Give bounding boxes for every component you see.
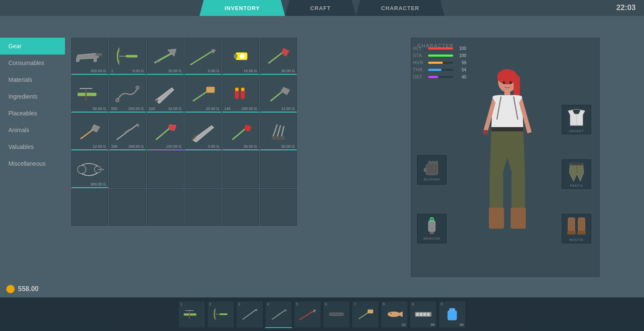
sidebar-item-animals[interactable]: Animals <box>0 122 65 138</box>
svg-rect-77 <box>420 313 423 316</box>
hotbar-slot-8[interactable]: 8 32 <box>381 301 408 328</box>
svg-rect-72 <box>368 310 373 313</box>
inventory-cell[interactable] <box>222 189 259 226</box>
inventory-cell[interactable]: 900.00 G <box>71 151 108 188</box>
svg-rect-80 <box>449 308 455 310</box>
hotbar-slot-4[interactable]: 4 <box>265 301 292 328</box>
inventory-cell[interactable] <box>147 151 184 188</box>
svg-rect-0 <box>96 53 102 56</box>
inventory-cell[interactable]: 0.00 G <box>184 38 221 75</box>
svg-rect-52 <box>570 163 583 165</box>
inventory-cell[interactable]: 100.00 G <box>147 113 184 150</box>
svg-rect-47 <box>430 232 434 234</box>
sidebar-item-materials[interactable]: Materials <box>0 71 65 88</box>
tab-craft[interactable]: CRAFT <box>285 0 356 16</box>
sidebar: Gear Consumables Materials Ingredients P… <box>0 38 65 172</box>
tab-character[interactable]: CHARACTER <box>356 0 444 16</box>
svg-point-74 <box>390 313 392 314</box>
inventory-cell[interactable]: 339169.50 G <box>109 113 146 150</box>
hotbar-slot-2[interactable]: 2 <box>207 301 234 328</box>
stat-row-hun: HUN 59 <box>413 60 472 65</box>
svg-rect-70 <box>329 313 343 316</box>
hotbar-slot-6[interactable]: 6 <box>323 301 350 328</box>
inventory-cell[interactable]: 500250.00 G <box>109 76 146 112</box>
svg-rect-8 <box>234 54 237 58</box>
svg-rect-78 <box>423 313 426 316</box>
inventory-cell[interactable]: 32032.00 G <box>147 76 184 112</box>
svg-rect-62 <box>220 313 228 315</box>
inventory-cell[interactable]: 0.00 G <box>184 113 221 150</box>
inventory-cell[interactable] <box>184 151 221 188</box>
inventory-cell[interactable]: 12.00 G <box>71 113 108 150</box>
svg-rect-81 <box>448 310 457 320</box>
svg-rect-56 <box>577 231 586 235</box>
svg-rect-42 <box>511 208 526 229</box>
stat-row-hlt: HLT 100 <box>413 46 472 51</box>
inventory-cell[interactable] <box>260 151 297 188</box>
svg-point-9 <box>240 54 245 59</box>
sidebar-item-ingredients[interactable]: Ingredients <box>0 88 65 105</box>
svg-point-31 <box>78 165 86 174</box>
equipment-slot-beacon[interactable]: BEACON <box>417 214 447 243</box>
svg-line-63 <box>242 310 256 320</box>
equipment-slot-jacket[interactable]: JACKET <box>562 105 591 134</box>
inventory-cell[interactable]: 30.00 G <box>260 38 297 75</box>
sidebar-item-consumables[interactable]: Consumables <box>0 55 65 71</box>
svg-line-5 <box>191 51 213 65</box>
svg-rect-17 <box>206 87 215 93</box>
sidebar-item-gear[interactable]: Gear <box>0 38 65 55</box>
sidebar-item-valuables[interactable]: Valuables <box>0 138 65 155</box>
stat-row-thr: THR 54 <box>413 68 472 72</box>
stat-row-sta: STA 100 <box>413 53 472 58</box>
svg-rect-79 <box>427 313 430 316</box>
hotbar-slot-9[interactable]: 9 96 <box>410 301 437 328</box>
svg-rect-43 <box>483 130 488 134</box>
stats-panel: HLT 100 STA 100 HUN 59 THR 54 DEF 40 <box>413 46 472 82</box>
hotbar-slot-3[interactable]: 3 <box>236 301 263 328</box>
equipment-slot-boots[interactable]: BOOTS <box>562 214 591 243</box>
sidebar-item-miscellaneous[interactable]: Miscellaneous <box>0 155 65 172</box>
equipment-slot-gloves[interactable]: GLOVES <box>417 155 447 185</box>
hotbar: 1 2 3 4 5 6 7 8 32 9 96 0 99 <box>0 297 644 331</box>
hotbar-slot-1[interactable]: 1 <box>178 301 205 328</box>
tab-inventory[interactable]: INVENTORY <box>200 0 285 16</box>
svg-rect-53 <box>568 218 575 232</box>
svg-rect-76 <box>416 313 419 316</box>
inventory-grid: 350.00 G15.00 G25.00 G0.00 G15.00 G30.00… <box>71 38 298 226</box>
inventory-cell[interactable]: 350.00 G <box>71 38 108 75</box>
inventory-cell[interactable] <box>109 189 146 226</box>
inventory-cell[interactable] <box>109 151 146 188</box>
svg-point-45 <box>509 81 512 84</box>
inventory-cell[interactable]: 15.00 G <box>222 38 259 75</box>
inventory-cell[interactable]: 25.00 G <box>147 38 184 75</box>
svg-rect-19 <box>241 90 245 99</box>
svg-rect-21 <box>241 88 244 91</box>
stat-row-def: DEF 40 <box>413 75 472 79</box>
inventory-cell[interactable]: 55.00 G <box>71 76 108 112</box>
hotbar-slot-0[interactable]: 0 99 <box>439 301 466 328</box>
equipment-slot-pants[interactable]: PANTS <box>562 159 591 189</box>
inventory-cell[interactable] <box>71 189 108 226</box>
svg-marker-6 <box>212 49 216 54</box>
inventory-cell[interactable]: 20.00 G <box>184 76 221 112</box>
svg-rect-46 <box>428 221 435 232</box>
currency-amount: 558.00 <box>18 285 39 293</box>
inventory-cell[interactable]: 50.00 G <box>260 113 297 150</box>
inventory-cell[interactable] <box>260 189 297 226</box>
svg-rect-55 <box>578 218 585 232</box>
inventory-cell[interactable]: 30.00 G <box>222 113 259 150</box>
inventory-cell[interactable] <box>147 189 184 226</box>
svg-rect-20 <box>235 88 239 91</box>
character-figure <box>465 55 549 243</box>
inventory-cell[interactable]: 145290.00 G <box>222 76 259 112</box>
inventory-cell[interactable] <box>184 189 221 226</box>
hotbar-slot-7[interactable]: 7 <box>352 301 379 328</box>
sidebar-item-placeables[interactable]: Placeables <box>0 105 65 122</box>
inventory-cell[interactable] <box>222 151 259 188</box>
svg-line-68 <box>299 310 314 320</box>
inventory-cell[interactable]: 12.00 G <box>260 76 297 112</box>
svg-rect-41 <box>489 208 504 229</box>
inventory-cell[interactable]: 15.00 G <box>109 38 146 75</box>
header: INVENTORY CRAFT CHARACTER 22:03 <box>0 0 644 16</box>
hotbar-slot-5[interactable]: 5 <box>294 301 321 328</box>
